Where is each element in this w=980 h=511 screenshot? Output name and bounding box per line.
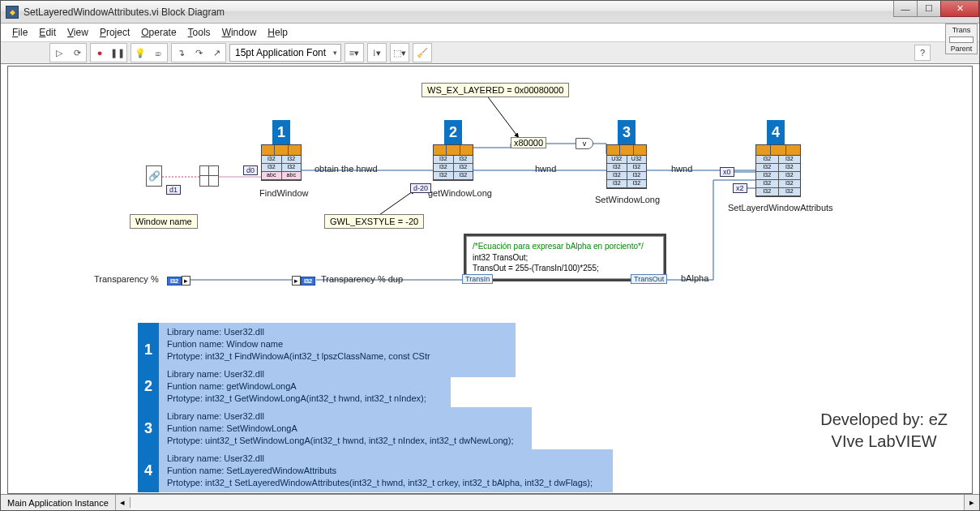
desc4-pt: Prtotype: int32_t SetLayeredWindowAttrib… (167, 477, 605, 489)
cleanup-button[interactable]: 🧹 (414, 45, 430, 61)
desc-num-4: 4 (138, 449, 159, 492)
label-getwindowlong: getWindowLong (428, 188, 492, 198)
tag-4: 4 (767, 120, 785, 144)
annotation-gwl-exstyle: GWL_EXSTYLE = -20 (324, 214, 424, 229)
array-index-icon[interactable] (199, 165, 219, 187)
label-hwnd-1: hwnd (535, 164, 556, 174)
hscroll-left[interactable]: ◂ (116, 497, 131, 508)
const-x80000[interactable]: x80000 (511, 137, 546, 148)
transparency-dup-terminal[interactable]: ▸I32 (292, 274, 315, 286)
menubar: File Edit View Project Operate Tools Win… (1, 24, 979, 41)
desc2-pt: Prtotype: int32_t GetWindowLongA(int32_t… (167, 393, 443, 405)
label-hwnd-2: hwnd (671, 164, 692, 174)
transparency-terminal[interactable]: I32▸ (167, 274, 190, 286)
context-line2: Parent (946, 45, 977, 54)
menu-file[interactable]: File (12, 27, 28, 38)
run-cont-button[interactable]: ⟳ (69, 45, 85, 61)
formula-line2: TransOut = 255-(TransIn/100)*255; (473, 263, 657, 274)
formula-in-port[interactable]: TransIn (462, 274, 493, 284)
desc-block-2: 2 Library name: User32.dll Funtion name:… (138, 365, 451, 408)
retain-wire-button[interactable]: ⎄ (150, 45, 166, 61)
labview-window: ◆ SetLayeredWindowAttributes.vi Block Di… (0, 0, 980, 511)
hscroll-track[interactable] (131, 495, 965, 510)
desc-block-3: 3 Library name: User32.dll Funtion name:… (138, 407, 532, 450)
menu-operate[interactable]: Operate (141, 27, 176, 38)
reorder-group: ⬚▾ (390, 43, 409, 62)
const-d1[interactable]: d1 (166, 185, 181, 195)
desc-num-2: 2 (138, 365, 159, 408)
context-help-box[interactable]: Trans Parent (945, 24, 978, 54)
credit-line1: Developed by: eZ (820, 409, 948, 431)
tag-2: 2 (444, 120, 462, 144)
annotation-ws-ex-layered: WS_EX_LAYERED = 0x00080000 (422, 83, 569, 97)
label-setwindowlong: SetWindowLong (595, 195, 660, 204)
node-setlayered[interactable]: 4 I32I32 I32I32 I32I32 I32I32 I32I32 Set… (755, 144, 801, 197)
step-over-button[interactable]: ↷ (190, 45, 207, 61)
distribute-button[interactable]: ⁞▾ (369, 45, 385, 61)
block-diagram-canvas[interactable]: WS_EX_LAYERED = 0x00080000 x80000 v 🔗 d1… (7, 66, 973, 494)
step-group: ↴ ↷ ↗ (171, 43, 226, 62)
formula-comment: /*Ecuación para expresar bAlpha en porci… (473, 241, 657, 252)
const-d0[interactable]: d0 (243, 165, 258, 175)
label-findwindow: FindWindow (259, 188, 309, 198)
context-thumb (949, 36, 974, 43)
toolbar-right: ? (914, 45, 931, 61)
credit-text: Developed by: eZ VIve LabVIEW (820, 409, 948, 453)
credit-line2: VIve LabVIEW (820, 431, 948, 453)
i32-icon: I32 (301, 277, 315, 286)
font-label: 15pt Application Font (235, 47, 326, 58)
node-findwindow[interactable]: 1 I32I32 I32I32 abcabc FindWindow (261, 144, 302, 181)
highlight-exec-button[interactable]: 💡 (132, 45, 148, 61)
formula-out-port[interactable]: TransOut (631, 274, 667, 284)
reorder-button[interactable]: ⬚▾ (392, 45, 408, 61)
const-x2[interactable]: x2 (733, 183, 747, 193)
window-controls: — ☐ ✕ (894, 1, 979, 17)
annotation-window-name: Window name (130, 214, 198, 229)
desc2-fn: Funtion name: getWindowLongA (167, 380, 443, 393)
app-icon: ◆ (6, 6, 19, 19)
label-obtain-hwnd: obtain the hnwd (315, 164, 378, 174)
menu-edit[interactable]: Edit (39, 27, 56, 38)
menu-window[interactable]: Window (222, 27, 257, 38)
menu-help[interactable]: Help (267, 27, 288, 38)
desc3-pt: Prtotype: uint32_t SetWindowLongA(int32_… (167, 435, 524, 447)
desc3-lib: Library name: User32.dll (167, 410, 524, 423)
font-selector[interactable]: 15pt Application Font (229, 44, 341, 62)
exec-group: ● ❚❚ (90, 43, 127, 62)
debug-group: 💡 ⎄ (131, 43, 168, 62)
minimize-button[interactable]: — (893, 1, 918, 17)
help-button[interactable]: ? (914, 45, 931, 61)
formula-line1: int32 TransOut; (473, 252, 657, 264)
maximize-button[interactable]: ☐ (917, 1, 941, 17)
run-group: ▷ ⟳ (49, 43, 87, 62)
menu-tools[interactable]: Tools (188, 27, 211, 38)
align-group: ≡▾ (344, 43, 364, 62)
step-out-button[interactable]: ↗ (208, 45, 225, 61)
align-button[interactable]: ≡▾ (346, 45, 362, 61)
i32-icon: I32 (167, 277, 182, 286)
close-button[interactable]: ✕ (940, 1, 979, 17)
pause-button[interactable]: ❚❚ (109, 45, 126, 61)
menu-project[interactable]: Project (100, 27, 130, 38)
abort-button[interactable]: ● (92, 45, 108, 61)
titlebar[interactable]: ◆ SetLayeredWindowAttributes.vi Block Di… (1, 1, 979, 24)
menu-view[interactable]: View (67, 27, 88, 38)
desc1-fn: Funtion name: Window name (167, 338, 507, 350)
step-into-button[interactable]: ↴ (173, 45, 189, 61)
desc-num-3: 3 (138, 407, 159, 450)
vi-refnum-icon[interactable]: 🔗 (146, 165, 162, 187)
tag-1: 1 (272, 120, 290, 144)
status-instance: Main Application Instance (1, 495, 116, 510)
label-balpha: bAlpha (681, 273, 708, 283)
node-setwindowlong[interactable]: 3 U32U32 I32I32 I32I32 I32I32 SetWindowL… (606, 144, 647, 189)
hscroll-right[interactable]: ▸ (965, 497, 979, 508)
tag-3: 3 (618, 120, 636, 144)
or-gate-icon[interactable]: v (576, 138, 593, 149)
distribute-group: ⁞▾ (367, 43, 387, 62)
label-transparency: Transparency % (94, 274, 159, 284)
const-dneg20[interactable]: d-20 (410, 183, 431, 193)
node-getwindowlong[interactable]: 2 I32I32 I32I32 I32I32 getWindowLong (433, 144, 473, 181)
toolbar: ▷ ⟳ ● ❚❚ 💡 ⎄ ↴ ↷ ↗ 15pt Application Font… (1, 41, 979, 64)
const-x0[interactable]: x0 (720, 167, 734, 177)
run-button[interactable]: ▷ (51, 45, 67, 61)
